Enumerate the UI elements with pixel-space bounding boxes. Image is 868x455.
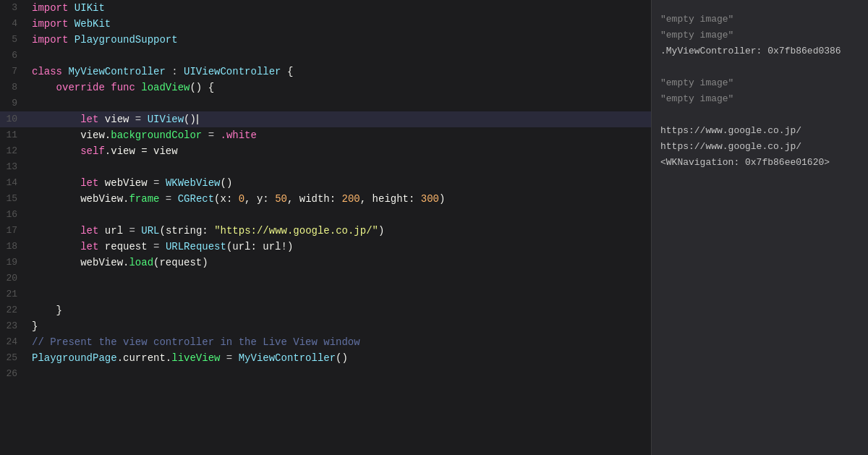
output-line-3: .MyViewController: 0x7fb86ed0386 bbox=[660, 43, 859, 59]
code-line-11: 11 view.backgroundColor = .white bbox=[0, 127, 651, 143]
code-line-26: 26 bbox=[0, 366, 651, 382]
output-line-8: https://www.google.co.jp/ bbox=[660, 123, 859, 139]
output-line-1: "empty image" bbox=[660, 12, 859, 27]
output-line-6: "empty image" bbox=[660, 91, 859, 107]
output-line-10: <WKNavigation: 0x7fb86ee01620> bbox=[660, 155, 859, 171]
code-line-13: 13 bbox=[0, 159, 651, 175]
code-line-20: 20 bbox=[0, 271, 651, 286]
code-line-8: 8 override func loadView() { bbox=[0, 80, 651, 95]
output-line-9: https://www.google.co.jp/ bbox=[660, 139, 859, 155]
code-line-25: 25 PlaygroundPage.current.liveView = MyV… bbox=[0, 350, 651, 366]
code-line-23: 23 } bbox=[0, 318, 651, 334]
output-line-7 bbox=[660, 107, 859, 123]
code-editor[interactable]: 3 import UIKit 4 import WebKit 5 import … bbox=[0, 0, 651, 455]
output-line-2: "empty image" bbox=[660, 27, 859, 43]
code-line-10: 10 let view = UIView() bbox=[0, 111, 651, 127]
code-line-15: 15 webView.frame = CGRect(x: 0, y: 50, w… bbox=[0, 191, 651, 207]
code-line-5: 5 import PlaygroundSupport bbox=[0, 32, 651, 48]
code-line-3: 3 import UIKit bbox=[0, 0, 651, 16]
code-line-17: 17 let url = URL(string: "https://www.go… bbox=[0, 223, 651, 239]
code-line-22: 22 } bbox=[0, 302, 651, 318]
code-line-4: 4 import WebKit bbox=[0, 16, 651, 32]
code-line-16: 16 bbox=[0, 207, 651, 223]
code-line-6: 6 bbox=[0, 48, 651, 64]
output-line-4 bbox=[660, 59, 859, 75]
output-panel: "empty image" "empty image" .MyViewContr… bbox=[651, 0, 868, 455]
code-line-21: 21 bbox=[0, 286, 651, 302]
code-line-24: 24 // Present the view controller in the… bbox=[0, 334, 651, 350]
code-line-12: 12 self.view = view bbox=[0, 143, 651, 159]
output-line-5: "empty image" bbox=[660, 75, 859, 91]
code-line-7: 7 class MyViewController : UIViewControl… bbox=[0, 64, 651, 80]
code-line-19: 19 webView.load(request) bbox=[0, 255, 651, 271]
code-line-14: 14 let webView = WKWebView() bbox=[0, 175, 651, 191]
code-line-18: 18 let request = URLRequest(url: url!) bbox=[0, 239, 651, 255]
code-line-9: 9 bbox=[0, 95, 651, 111]
